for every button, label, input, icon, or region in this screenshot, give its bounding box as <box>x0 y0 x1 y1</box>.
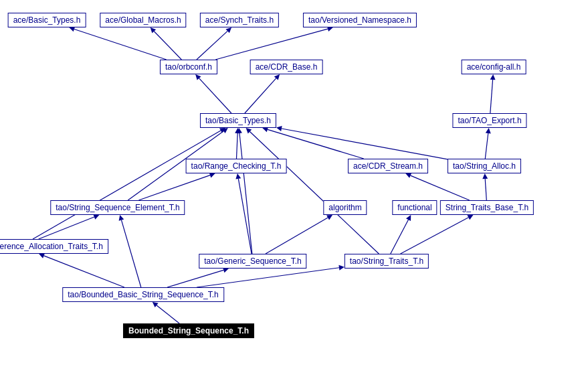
svg-line-18 <box>266 218 328 254</box>
svg-line-48 <box>197 31 227 60</box>
svg-marker-55 <box>93 214 99 219</box>
svg-line-2 <box>44 256 124 287</box>
node-functional: functional <box>392 200 437 215</box>
svg-line-42 <box>490 80 493 113</box>
svg-line-26 <box>236 133 237 159</box>
svg-line-0 <box>157 305 179 323</box>
node-string_traits: tao/String_Traits_T.h <box>345 254 429 269</box>
svg-marker-43 <box>490 74 496 80</box>
svg-marker-31 <box>274 74 280 80</box>
node-versioned_ns: tao/Versioned_Namespace.h <box>303 13 417 27</box>
node-config_all: ace/config-all.h <box>462 60 526 74</box>
svg-marker-39 <box>405 173 411 177</box>
svg-line-38 <box>411 175 470 200</box>
svg-marker-1 <box>153 302 159 307</box>
svg-line-4 <box>121 220 140 287</box>
svg-marker-29 <box>195 74 201 80</box>
svg-marker-9 <box>338 265 344 271</box>
node-basic_types_h: ace/Basic_Types.h <box>8 13 86 27</box>
node-bounded_basic_string: tao/Bounded_Basic_String_Sequence_T.h <box>62 287 224 302</box>
svg-marker-49 <box>225 27 231 33</box>
svg-marker-41 <box>482 173 488 179</box>
node-cdr_stream: ace/CDR_Stream.h <box>348 159 428 173</box>
svg-line-16 <box>239 133 252 254</box>
node-bounded_ref_alloc: tao/Bounded_Reference_Allocation_Traits_… <box>0 239 108 254</box>
svg-line-28 <box>199 78 231 113</box>
node-bounded_string_seq: Bounded_String_Sequence_T.h <box>123 323 254 338</box>
svg-line-44 <box>74 29 167 60</box>
svg-line-46 <box>154 31 181 60</box>
svg-line-52 <box>33 131 221 239</box>
node-global_macros: ace/Global_Macros.h <box>100 13 186 27</box>
svg-marker-35 <box>276 126 282 131</box>
svg-marker-27 <box>235 128 240 133</box>
svg-line-24 <box>250 131 379 254</box>
svg-marker-13 <box>222 128 228 133</box>
svg-line-32 <box>268 129 364 159</box>
dependency-diagram: Bounded_String_Sequence_T.htao/Bounded_B… <box>0 0 588 377</box>
node-string_traits_base: String_Traits_Base_T.h <box>440 200 534 215</box>
svg-marker-15 <box>235 173 241 179</box>
svg-marker-23 <box>406 215 411 221</box>
svg-marker-53 <box>219 128 225 133</box>
svg-line-50 <box>215 29 328 60</box>
node-string_alloc: tao/String_Alloc.h <box>448 159 521 173</box>
node-string_seq_element: tao/String_Sequence_Element_T.h <box>50 200 185 215</box>
svg-line-20 <box>401 218 469 254</box>
node-basic_types: tao/Basic_Types.h <box>200 113 276 128</box>
node-generic_sequence: tao/Generic_Sequence_T.h <box>199 254 306 269</box>
svg-line-34 <box>282 129 448 159</box>
svg-line-14 <box>238 179 252 254</box>
svg-line-8 <box>197 268 339 287</box>
node-cdr_base: ace/CDR_Base.h <box>250 60 323 74</box>
svg-line-36 <box>485 133 488 159</box>
node-range_checking: tao/Range_Checking_T.h <box>186 159 287 173</box>
svg-marker-37 <box>486 128 491 133</box>
svg-line-40 <box>485 179 486 200</box>
svg-line-30 <box>245 78 276 113</box>
node-algorithm: algorithm <box>323 200 367 215</box>
svg-marker-47 <box>151 27 156 33</box>
svg-line-54 <box>39 217 94 239</box>
svg-marker-25 <box>246 128 252 133</box>
svg-marker-11 <box>209 173 215 178</box>
svg-line-22 <box>391 220 409 254</box>
node-tao_export: tao/TAO_Export.h <box>452 113 526 128</box>
svg-marker-5 <box>119 215 124 221</box>
svg-marker-17 <box>237 128 242 133</box>
svg-marker-19 <box>326 215 332 220</box>
node-orbconf: tao/orbconf.h <box>160 60 217 74</box>
svg-marker-3 <box>39 253 45 258</box>
svg-line-6 <box>167 270 223 287</box>
svg-marker-21 <box>467 215 473 220</box>
svg-line-10 <box>138 175 210 200</box>
node-synch_traits: ace/Synch_Traits.h <box>200 13 279 27</box>
